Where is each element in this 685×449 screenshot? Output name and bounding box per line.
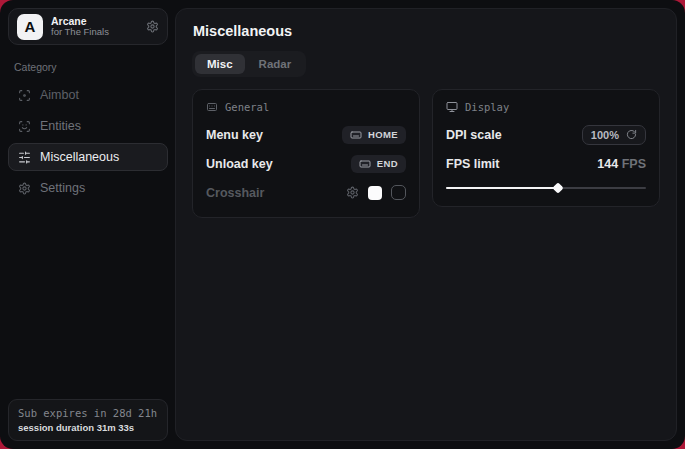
key-bind-value: END [377, 158, 398, 169]
category-label: Category [14, 61, 168, 73]
dpi-scale-label: DPI scale [446, 128, 502, 142]
menu-key-bind-button[interactable]: HOME [342, 126, 406, 144]
crosshair-row: Crosshair [206, 181, 406, 204]
dpi-scale-select[interactable]: 100% [582, 125, 646, 145]
crosshair-label: Crosshair [206, 186, 264, 200]
unload-key-bind-button[interactable]: END [351, 155, 406, 173]
sliders-icon [18, 151, 31, 164]
unload-key-row: Unload key END [206, 152, 406, 175]
page-title: Miscellaneous [193, 23, 660, 39]
app-subtitle: for The Finals [51, 27, 138, 38]
session-duration-text: session duration 31m 33s [18, 422, 158, 433]
cycle-icon [626, 129, 637, 140]
scan-face-icon [18, 120, 31, 133]
fps-limit-row: FPS limit 144 FPS [446, 152, 646, 175]
card-header-label: Display [465, 101, 509, 113]
subscription-card: Sub expires in 28d 21h session duration … [8, 399, 168, 441]
gear-icon [18, 182, 31, 195]
tab-misc[interactable]: Misc [195, 54, 245, 74]
crosshair-settings-gear-icon[interactable] [346, 186, 359, 199]
settings-cards: General Menu key HOME Unload key [192, 89, 660, 218]
backdrop: A Arcane for The Finals Category Aimbot [0, 0, 685, 449]
display-card: Display DPI scale 100% FPS limit [432, 89, 660, 207]
sidebar-item-label: Miscellaneous [40, 150, 119, 164]
fps-limit-slider[interactable] [446, 183, 646, 193]
sidebar: A Arcane for The Finals Category Aimbot [0, 0, 175, 449]
sidebar-nav: Aimbot Entities Miscellaneous [8, 81, 168, 202]
focus-icon [18, 89, 31, 102]
fps-slider-fill [446, 187, 558, 189]
unload-key-label: Unload key [206, 157, 273, 171]
main-panel: Miscellaneous Misc Radar General Menu ke… [175, 8, 677, 441]
gear-icon[interactable] [146, 20, 159, 33]
sidebar-item-label: Settings [40, 181, 85, 195]
crosshair-color-swatch[interactable] [368, 186, 382, 200]
app-logo: A [17, 14, 43, 40]
dpi-scale-value: 100% [591, 129, 619, 141]
crosshair-checkbox[interactable] [391, 185, 406, 200]
menu-key-label: Menu key [206, 128, 263, 142]
dpi-scale-row: DPI scale 100% [446, 123, 646, 146]
keyboard-section-icon [206, 101, 218, 113]
general-card: General Menu key HOME Unload key [192, 89, 420, 218]
fps-limit-label: FPS limit [446, 157, 499, 171]
monitor-icon [446, 101, 458, 113]
fps-limit-value: 144 [597, 157, 618, 171]
key-bind-value: HOME [368, 129, 398, 140]
keyboard-icon [350, 129, 362, 141]
brand-card: A Arcane for The Finals [8, 8, 168, 45]
sub-expiry-text: Sub expires in 28d 21h [18, 407, 158, 419]
sidebar-item-settings[interactable]: Settings [8, 174, 168, 202]
sidebar-item-entities[interactable]: Entities [8, 112, 168, 140]
tab-bar: Misc Radar [192, 51, 306, 77]
sidebar-item-aimbot[interactable]: Aimbot [8, 81, 168, 109]
card-header-label: General [225, 101, 269, 113]
sidebar-item-label: Entities [40, 119, 81, 133]
keyboard-icon [359, 158, 371, 170]
app-window: A Arcane for The Finals Category Aimbot [0, 0, 685, 449]
sidebar-item-label: Aimbot [40, 88, 79, 102]
menu-key-row: Menu key HOME [206, 123, 406, 146]
slider-thumb[interactable] [552, 182, 563, 193]
fps-limit-unit: FPS [618, 157, 646, 171]
sidebar-item-miscellaneous[interactable]: Miscellaneous [8, 143, 168, 171]
tab-radar[interactable]: Radar [247, 54, 304, 74]
